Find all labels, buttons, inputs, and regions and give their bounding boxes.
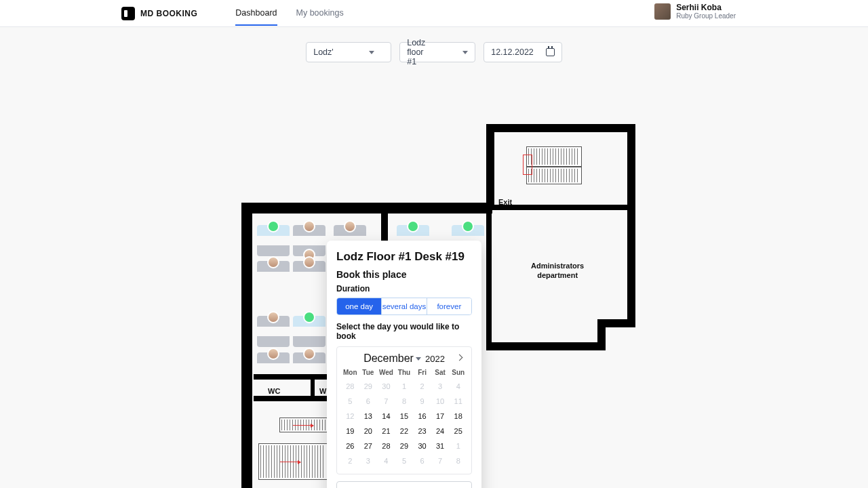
calendar-day: 12	[341, 409, 359, 424]
wc-label-1: WC	[268, 387, 280, 395]
month-select[interactable]: December	[363, 352, 421, 365]
direction-arrow-icon	[293, 425, 313, 426]
wall	[241, 203, 492, 214]
desk[interactable]	[257, 316, 290, 347]
calendar-day: 7	[377, 394, 395, 409]
chevron-down-icon	[369, 51, 374, 54]
calendar-day: 8	[395, 394, 414, 409]
occupied-avatar	[303, 348, 315, 360]
calendar-day: 1	[449, 439, 467, 453]
user-role: Ruby Group Leader	[676, 12, 736, 20]
calendar-day: 2	[413, 379, 431, 394]
booking-popup: Lodz Floor #1 Desk #19 Book this place D…	[327, 241, 481, 488]
calendar-dow: Wed	[377, 366, 395, 379]
calendar-dow-row: MonTueWedThuFriSatSun	[341, 366, 467, 379]
calendar: December 2022 MonTueWedThuFriSatSun 2829…	[336, 346, 472, 474]
duration-segment: one day several days forever	[336, 298, 472, 315]
desk[interactable]	[293, 261, 326, 292]
wall	[486, 124, 494, 210]
calendar-day[interactable]: 17	[431, 409, 450, 424]
calendar-day[interactable]: 23	[413, 424, 431, 439]
calendar-day[interactable]: 25	[449, 424, 467, 439]
wall	[486, 342, 606, 350]
desk[interactable]	[257, 225, 290, 256]
calendar-day: 3	[359, 453, 378, 468]
brand-icon	[121, 7, 135, 20]
calendar-dow: Sun	[449, 366, 467, 379]
calendar-day: 5	[395, 453, 414, 468]
calendar-day: 5	[341, 394, 359, 409]
calendar-day: 6	[359, 394, 378, 409]
calendar-day: 11	[449, 394, 467, 409]
floor-select[interactable]: Lodz floor #1	[399, 42, 475, 62]
calendar-day[interactable]: 29	[395, 439, 414, 453]
comment-input[interactable]	[336, 481, 472, 488]
calendar-day: 7	[431, 453, 450, 468]
calendar-header: December 2022	[341, 351, 467, 366]
wall	[627, 124, 635, 327]
status-available-icon	[267, 220, 279, 232]
calendar-dow: Mon	[341, 366, 359, 379]
calendar-day[interactable]: 27	[359, 439, 378, 453]
user-menu[interactable]: Serhii Koba Ruby Group Leader	[654, 3, 736, 20]
duration-several-days[interactable]: several days	[381, 298, 426, 314]
desk[interactable]	[293, 316, 326, 347]
calendar-day[interactable]: 18	[449, 409, 467, 424]
app-header: MD BOOKING Dashboard My bookings Serhii …	[0, 0, 868, 27]
calendar-dow: Fri	[413, 366, 431, 379]
calendar-day[interactable]: 19	[341, 424, 359, 439]
popup-subtitle: Book this place	[336, 269, 472, 280]
calendar-day[interactable]: 21	[377, 424, 395, 439]
year-label: 2022	[425, 354, 445, 364]
filter-bar: Lodz' Lodz floor #1 12.12.2022	[0, 42, 868, 62]
wall	[381, 214, 388, 244]
city-select[interactable]: Lodz'	[306, 42, 391, 62]
date-value: 12.12.2022	[491, 47, 534, 57]
calendar-day: 29	[359, 379, 378, 394]
desk[interactable]	[257, 261, 290, 292]
calendar-day[interactable]: 24	[431, 424, 450, 439]
calendar-day[interactable]: 30	[413, 439, 431, 453]
month-label: December	[363, 352, 414, 365]
calendar-day[interactable]: 13	[359, 409, 378, 424]
calendar-days-grid: 2829301234567891011121314151617181920212…	[341, 379, 467, 468]
calendar-day: 8	[449, 453, 467, 468]
calendar-day[interactable]: 28	[377, 439, 395, 453]
chevron-down-icon	[462, 51, 468, 54]
calendar-day: 28	[341, 379, 359, 394]
avatar	[654, 3, 671, 20]
calendar-day: 1	[395, 379, 414, 394]
calendar-day: 4	[377, 453, 395, 468]
calendar-day[interactable]: 16	[413, 409, 431, 424]
calendar-day[interactable]: 15	[395, 409, 414, 424]
duration-one-day[interactable]: one day	[337, 298, 381, 314]
nav-dashboard[interactable]: Dashboard	[235, 1, 277, 26]
calendar-day[interactable]: 22	[395, 424, 414, 439]
calendar-day[interactable]: 20	[359, 424, 378, 439]
desk[interactable]	[293, 225, 326, 256]
calendar-day: 30	[377, 379, 395, 394]
nav-mybookings[interactable]: My bookings	[296, 1, 344, 26]
date-input[interactable]: 12.12.2022	[484, 42, 562, 62]
calendar-day: 6	[413, 453, 431, 468]
chevron-down-icon	[416, 357, 421, 361]
occupied-avatar	[344, 220, 356, 232]
elevator-marker	[523, 155, 532, 175]
calendar-day[interactable]: 26	[341, 439, 359, 453]
desk[interactable]	[293, 352, 326, 384]
duration-forever[interactable]: forever	[427, 298, 471, 314]
desk[interactable]	[257, 352, 290, 384]
popup-title: Lodz Floor #1 Desk #19	[336, 250, 472, 264]
admin-dept-label: Administrators department	[531, 261, 584, 281]
calendar-day[interactable]: 31	[431, 439, 450, 453]
wall	[486, 210, 492, 346]
calendar-dow: Tue	[359, 366, 378, 379]
calendar-day: 3	[431, 379, 450, 394]
calendar-day: 4	[449, 379, 467, 394]
calendar-next-button[interactable]	[455, 354, 465, 363]
floorplan-canvas[interactable]: Exit Administrators department WC W	[0, 62, 868, 488]
calendar-day: 10	[431, 394, 450, 409]
status-available-icon	[407, 220, 419, 232]
stairs	[526, 146, 582, 167]
calendar-day[interactable]: 14	[377, 409, 395, 424]
